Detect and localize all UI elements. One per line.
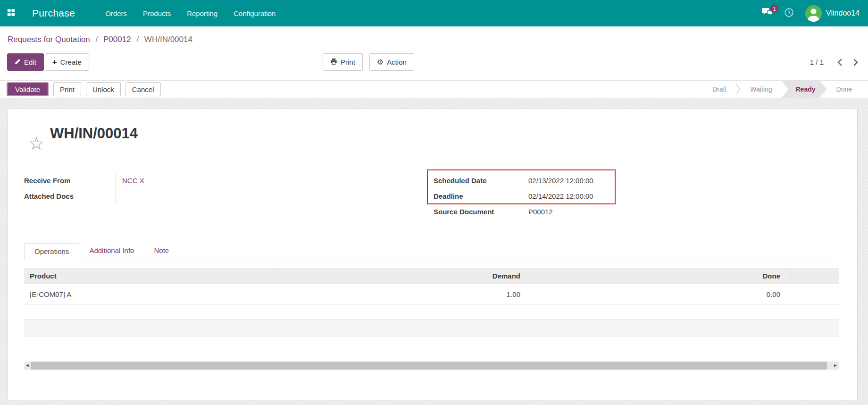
notebook-tabs: Operations Additional Info Note bbox=[24, 243, 839, 259]
plus-icon: + bbox=[52, 58, 57, 66]
cell-extra bbox=[791, 284, 839, 304]
print-button-label: Print bbox=[341, 58, 355, 66]
cell-done: 0.00 bbox=[531, 284, 791, 304]
breadcrumb: Requests for Quotation / P00012 / WH/IN/… bbox=[8, 35, 192, 44]
pager: 1 / 1 bbox=[810, 53, 859, 71]
messages-button[interactable]: 1 bbox=[762, 8, 773, 18]
table-header-row: Product Demand Done bbox=[24, 268, 839, 284]
breadcrumb-separator: / bbox=[92, 35, 101, 44]
main-menus: Orders Products Reporting Configuration bbox=[105, 9, 275, 17]
validate-button[interactable]: Validate bbox=[7, 82, 49, 96]
breadcrumb-separator: / bbox=[133, 35, 142, 44]
pager-nav bbox=[837, 58, 859, 67]
breadcrumb-current: WH/IN/00014 bbox=[144, 35, 192, 44]
edit-create-group: Edit + Create bbox=[7, 53, 89, 71]
empty-table-area bbox=[24, 304, 839, 320]
tab-note[interactable]: Note bbox=[144, 243, 179, 259]
pencil-icon bbox=[15, 58, 21, 66]
attached-docs-label: Attached Docs bbox=[24, 188, 116, 204]
state-ready[interactable]: Ready bbox=[782, 81, 827, 98]
field-deadline: Deadline 02/14/2022 12:00:00 bbox=[434, 188, 707, 204]
statusbar: Validate Print Unlock Cancel Draft Waiti… bbox=[0, 80, 868, 98]
create-button-label: Create bbox=[60, 58, 82, 66]
unlock-button[interactable]: Unlock bbox=[86, 82, 121, 96]
pager-next-icon[interactable] bbox=[853, 58, 859, 67]
column-header-extra bbox=[791, 268, 839, 284]
deadline-value: 02/14/2022 12:00:00 bbox=[522, 192, 593, 200]
form-sheet: ☆ WH/IN/00014 Receive From NCC X Attache… bbox=[7, 109, 858, 400]
state-done[interactable]: Done bbox=[827, 81, 861, 98]
gear-icon: ⚙ bbox=[377, 59, 384, 66]
field-source-document: Source Document P00012 bbox=[434, 204, 707, 219]
print-action-group: Print ⚙ Action bbox=[323, 53, 414, 71]
cancel-button-label: Cancel bbox=[132, 85, 154, 93]
menu-products[interactable]: Products bbox=[143, 9, 171, 17]
control-panel: Requests for Quotation / P00012 / WH/IN/… bbox=[0, 26, 868, 98]
state-waiting[interactable]: Waiting bbox=[741, 81, 781, 98]
printer-icon bbox=[330, 58, 337, 67]
column-header-product[interactable]: Product bbox=[24, 268, 273, 284]
column-header-done[interactable]: Done bbox=[531, 268, 791, 284]
edit-button-label: Edit bbox=[24, 58, 36, 66]
apps-menu-button[interactable] bbox=[0, 0, 22, 26]
empty-table-stripe bbox=[24, 320, 839, 337]
table-row[interactable]: [E-COM07] A 1.00 0.00 bbox=[24, 284, 839, 304]
tab-additional-info[interactable]: Additional Info bbox=[79, 243, 144, 259]
pager-previous-icon[interactable] bbox=[837, 58, 843, 67]
app-window: Purchase Orders Products Reporting Confi… bbox=[0, 0, 868, 405]
clock-icon bbox=[784, 8, 794, 19]
action-button-label: Action bbox=[387, 58, 407, 66]
receive-from-value[interactable]: NCC X bbox=[116, 177, 144, 185]
page-title: WH/IN/00014 bbox=[50, 125, 138, 142]
state-draft[interactable]: Draft bbox=[703, 81, 736, 98]
action-button[interactable]: ⚙ Action bbox=[369, 53, 414, 71]
print-button[interactable]: Print bbox=[323, 53, 363, 71]
app-name: Purchase bbox=[32, 8, 75, 19]
messages-count-badge: 1 bbox=[770, 5, 778, 13]
field-scheduled-date: Scheduled Date 02/13/2022 12:00:00 bbox=[434, 173, 707, 188]
print-slip-button[interactable]: Print bbox=[53, 82, 81, 96]
operations-table: Product Demand Done [E-COM07] A 1.00 0.0… bbox=[24, 268, 839, 304]
fields-right-column: Scheduled Date 02/13/2022 12:00:00 Deadl… bbox=[434, 173, 707, 219]
receive-from-label: Receive From bbox=[24, 173, 116, 188]
source-document-label: Source Document bbox=[434, 204, 522, 219]
scrollbar-thumb[interactable] bbox=[31, 362, 827, 370]
scheduled-date-value: 02/13/2022 12:00:00 bbox=[522, 177, 593, 185]
pager-value: 1 / 1 bbox=[810, 58, 824, 66]
cell-demand: 1.00 bbox=[273, 284, 531, 304]
fields-left-column: Receive From NCC X Attached Docs bbox=[24, 173, 345, 204]
menu-configuration[interactable]: Configuration bbox=[234, 9, 275, 17]
print-slip-button-label: Print bbox=[60, 85, 75, 93]
deadline-label: Deadline bbox=[434, 188, 522, 204]
apps-grid-icon bbox=[7, 8, 15, 18]
navbar-right: 1 Viindoo14 bbox=[762, 5, 868, 22]
scheduled-date-label: Scheduled Date bbox=[434, 173, 522, 188]
avatar bbox=[805, 5, 822, 22]
column-header-demand[interactable]: Demand bbox=[273, 268, 531, 284]
field-attached-docs: Attached Docs bbox=[24, 188, 345, 204]
validate-button-label: Validate bbox=[15, 85, 40, 93]
breadcrumb-requests-for-quotation[interactable]: Requests for Quotation bbox=[8, 35, 90, 44]
menu-reporting[interactable]: Reporting bbox=[187, 9, 217, 17]
chevron-right-icon bbox=[736, 82, 741, 96]
status-pipeline: Draft Waiting Ready Done bbox=[703, 81, 861, 98]
menu-orders[interactable]: Orders bbox=[105, 9, 127, 17]
scroll-right-icon[interactable]: ► bbox=[832, 362, 839, 370]
cancel-button[interactable]: Cancel bbox=[125, 82, 161, 96]
favorite-star-icon[interactable]: ☆ bbox=[28, 135, 44, 152]
user-menu[interactable]: Viindoo14 bbox=[805, 5, 860, 22]
scroll-left-icon[interactable]: ◄ bbox=[24, 362, 31, 370]
activities-button[interactable] bbox=[784, 8, 794, 19]
source-document-value: P00012 bbox=[522, 208, 553, 216]
top-navbar: Purchase Orders Products Reporting Confi… bbox=[0, 0, 868, 26]
horizontal-scrollbar[interactable]: ◄ ► bbox=[24, 362, 839, 370]
edit-button[interactable]: Edit bbox=[7, 53, 44, 71]
user-name: Viindoo14 bbox=[826, 9, 860, 17]
field-receive-from: Receive From NCC X bbox=[24, 173, 345, 188]
unlock-button-label: Unlock bbox=[92, 85, 114, 93]
tab-operations[interactable]: Operations bbox=[24, 243, 79, 259]
statusbar-buttons: Validate Print Unlock Cancel bbox=[7, 82, 161, 96]
breadcrumb-p00012[interactable]: P00012 bbox=[103, 35, 131, 44]
create-button[interactable]: + Create bbox=[45, 53, 89, 71]
cell-product: [E-COM07] A bbox=[24, 284, 273, 304]
